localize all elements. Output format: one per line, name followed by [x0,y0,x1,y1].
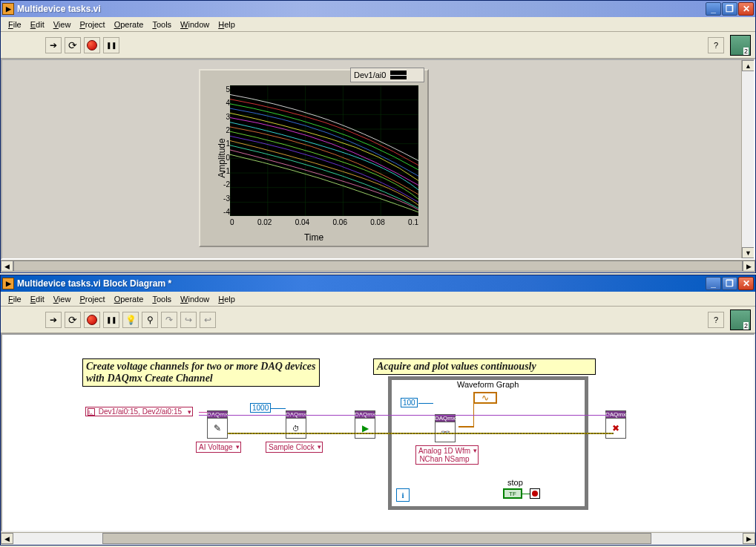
run-continuous-button[interactable] [65,37,81,53]
horizontal-scrollbar-block[interactable]: ◀ ▶ [1,532,755,545]
wire-num [271,408,286,409]
loop-condition-icon[interactable] [530,488,540,499]
menu-operate[interactable]: Operate [110,293,148,305]
menu-help[interactable]: Help [214,19,240,30]
menu-file[interactable]: File [4,293,26,305]
run-button[interactable] [45,312,62,328]
pause-button[interactable] [103,312,119,328]
vi-file-icon: ▶ [2,3,14,15]
front-panel-window: ▶ Multidevice tasks.vi _ ❐ ✕ File Edit V… [0,0,756,273]
while-loop[interactable]: 100 DAQmx 👓 Analog 1D WfmNChan NSamp Wav… [388,376,588,510]
scroll-down-icon[interactable]: ▼ [742,247,755,258]
abort-button[interactable] [84,37,100,53]
maximize-button[interactable]: ❐ [722,2,737,16]
wire [522,494,530,494]
maximize-button[interactable]: ❐ [722,277,737,290]
iteration-terminal-icon: i [396,488,410,502]
toolbar-front: ? [1,32,755,59]
menu-file[interactable]: File [4,19,26,30]
waveform-graph[interactable]: Dev1/ai0 [199,69,429,247]
comment-create-channel[interactable]: Create voltage channels for two or more … [82,358,320,387]
vertical-scrollbar[interactable]: ▲ ▼ [741,60,754,258]
daqmx-clear-node[interactable]: DAQmx ✖ [605,418,626,439]
horizontal-scrollbar-front[interactable]: ◀ ▶ [1,260,755,272]
menu-edit[interactable]: Edit [26,293,49,305]
abort-button[interactable] [84,312,100,328]
scroll-left-icon[interactable]: ◀ [1,533,13,544]
block-diagram-area[interactable]: Create voltage channels for two or more … [1,333,755,532]
daqmx-timing-node[interactable]: DAQmx ⏱ [286,418,306,439]
legend-label: Dev1/ai0 [354,71,386,79]
toolbar-block: ? [1,307,755,333]
menu-edit[interactable]: Edit [26,19,49,30]
create-channel-poly-selector[interactable]: AI Voltage [196,442,241,453]
menu-view[interactable]: View [49,293,76,305]
waveform-graph-terminal[interactable] [473,392,497,404]
rate-constant[interactable]: 1000 [250,403,271,413]
block-diagram-window: ▶ Multidevice tasks.vi Block Diagram * _… [0,275,756,546]
x-axis-label: Time [304,232,323,243]
plot-area [230,85,418,216]
menu-project[interactable]: Project [75,293,109,305]
menu-operate[interactable]: Operate [110,19,148,30]
daqmx-start-node[interactable]: DAQmx ▶ [355,418,375,439]
comment-acquire[interactable]: Acquire and plot values continuously [373,358,596,375]
scroll-left-icon[interactable]: ◀ [1,261,13,272]
close-button[interactable]: ✕ [738,277,754,290]
step-out-button[interactable] [200,312,216,328]
highlight-execution-button[interactable] [122,312,139,328]
scroll-right-icon[interactable]: ▶ [743,533,755,544]
step-over-button[interactable] [180,312,197,328]
scroll-right-icon[interactable]: ▶ [743,261,755,272]
read-poly-selector[interactable]: Analog 1D WfmNChan NSamp [415,445,479,465]
window-title: Multidevice tasks.vi [17,4,706,14]
run-continuous-button[interactable] [65,312,81,328]
wire-string [199,412,208,413]
vi-file-icon: ▶ [2,278,14,289]
wire [418,403,433,404]
vi-icon[interactable] [730,35,751,56]
daqmx-read-node[interactable]: DAQmx 👓 [435,422,456,442]
x-axis-ticks: 00.02 0.040.06 0.080.1 [230,218,418,226]
y-axis-label: Amplitude [217,138,227,177]
timing-poly-selector[interactable]: Sample Clock [266,442,323,453]
menubar-block: File Edit View Project Operate Tools Win… [1,292,755,307]
menu-project[interactable]: Project [75,19,109,30]
menu-window[interactable]: Window [176,19,214,30]
stop-terminal[interactable]: TF [503,488,522,499]
menu-window[interactable]: Window [176,293,214,305]
vi-icon[interactable] [730,309,751,330]
minimize-button[interactable]: _ [706,2,721,16]
front-panel-area[interactable]: ▲ ▼ Dev1/ai0 [1,59,755,260]
close-button[interactable]: ✕ [738,2,754,16]
scroll-up-icon[interactable]: ▲ [742,60,755,71]
waveform-graph-label: Waveform Graph [457,380,519,389]
wire [458,426,473,428]
pause-button[interactable] [103,37,119,53]
menu-tools[interactable]: Tools [148,293,176,305]
menu-help[interactable]: Help [214,293,240,305]
stop-label: stop [507,478,523,487]
window-title: Multidevice tasks.vi Block Diagram * [17,278,706,289]
context-help-button[interactable]: ? [708,37,724,53]
retain-wire-values-button[interactable] [142,312,158,328]
wire [473,398,474,428]
daqmx-create-channel-node[interactable]: DAQmx ✎ [207,418,228,439]
menu-view[interactable]: View [49,19,76,30]
wire-task [199,415,611,416]
context-help-button[interactable]: ? [708,312,724,328]
samples-constant[interactable]: 100 [401,398,418,407]
step-into-button[interactable] [161,312,177,328]
menubar-front: File Edit View Project Operate Tools Win… [1,17,755,32]
run-button[interactable] [45,37,62,53]
wire-error [228,433,614,434]
legend-swatch-icon [390,71,407,79]
menu-tools[interactable]: Tools [148,19,176,30]
physical-channels-constant[interactable]: I0 Dev1/ai0:15, Dev2/ai0:15 ▾ [85,407,193,416]
titlebar-front[interactable]: ▶ Multidevice tasks.vi _ ❐ ✕ [1,1,755,17]
plot-legend[interactable]: Dev1/ai0 [350,68,424,82]
titlebar-block[interactable]: ▶ Multidevice tasks.vi Block Diagram * _… [1,275,755,292]
minimize-button[interactable]: _ [706,277,721,290]
